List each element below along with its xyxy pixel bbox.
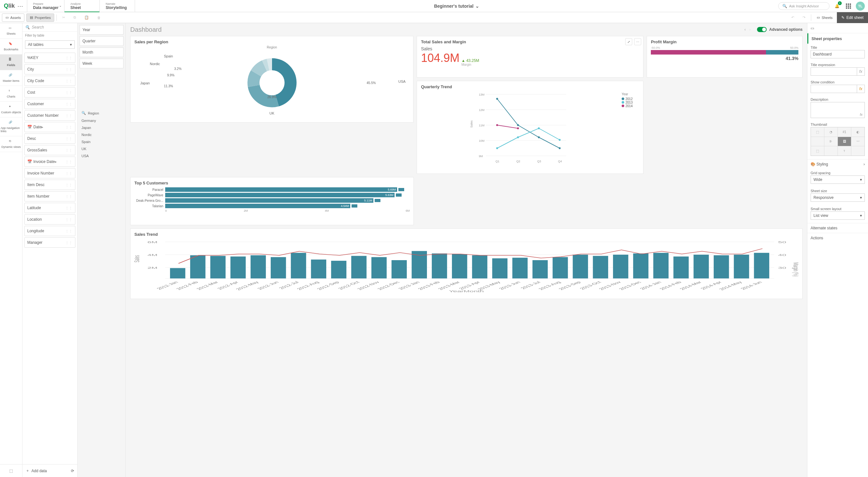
- alternate-states-section[interactable]: Alternate states: [807, 223, 868, 233]
- field-customer[interactable]: Customer⋮⋮: [24, 99, 75, 109]
- svg-point-23: [538, 136, 540, 138]
- insight-search[interactable]: 🔍 Ask Insight Advisor: [778, 2, 830, 10]
- rail-bottom-button[interactable]: ⬚: [0, 464, 22, 477]
- field-city[interactable]: City⋮⋮: [24, 64, 75, 74]
- styling-section[interactable]: 🎨 Styling ›: [807, 159, 868, 169]
- app-launcher-button[interactable]: [844, 2, 852, 10]
- chevron-right-icon: ▸: [55, 159, 57, 164]
- region-nordic[interactable]: Nordic: [80, 131, 124, 138]
- title-expression-fx-button[interactable]: fx: [857, 67, 865, 76]
- calendar-icon: 📅: [27, 159, 32, 164]
- advanced-options-toggle[interactable]: [757, 27, 767, 32]
- field-grosssales[interactable]: GrossSales⋮⋮: [24, 145, 75, 155]
- undo-button[interactable]: ↶: [788, 13, 798, 22]
- donut-label-uk: UK: [270, 111, 274, 115]
- filter-quarter[interactable]: Quarter: [80, 36, 124, 46]
- rail-fields[interactable]: 🗄Fields: [0, 55, 22, 70]
- region-filter-header[interactable]: 🔍 Region: [80, 108, 124, 117]
- field--key[interactable]: %KEY⋮⋮: [24, 53, 75, 63]
- sheets-icon: ▭: [817, 15, 820, 20]
- rail-charts[interactable]: ⫯Charts: [0, 86, 22, 102]
- app-title[interactable]: Beginner's tutorial ⌄: [135, 0, 778, 12]
- cut-button[interactable]: ✂: [59, 13, 68, 22]
- rail-custom-objects[interactable]: ✦Custom objects: [0, 102, 22, 118]
- field-date[interactable]: 📅Date ▸⋮⋮: [24, 122, 75, 132]
- description-fx-button[interactable]: fx: [860, 113, 863, 117]
- fullscreen-button[interactable]: ⤢: [625, 38, 632, 45]
- trash-icon: 🗑: [97, 16, 101, 20]
- field-cost[interactable]: Cost⋮⋮: [24, 87, 75, 97]
- filter-week[interactable]: Week: [80, 59, 124, 68]
- thumbnail-preview[interactable]: ⬚◔#1◐ ⊪🖼〰 ⬚⫯: [811, 127, 865, 156]
- field-longitude[interactable]: Longitude⋮⋮: [24, 226, 75, 236]
- actions-section[interactable]: Actions: [807, 233, 868, 243]
- region-spain[interactable]: Spain: [80, 138, 124, 145]
- sales-per-region-chart[interactable]: Sales per Region Region USA 45.5% UK 26.…: [130, 36, 413, 123]
- sheet-size-select[interactable]: Responsive▾: [811, 193, 865, 202]
- field-latitude[interactable]: Latitude⋮⋮: [24, 203, 75, 213]
- svg-rect-68: [673, 257, 689, 279]
- profit-margin-chart[interactable]: Profit Margin -50.0% 50.0% 41.3%: [647, 36, 803, 77]
- kpi-more-button[interactable]: ⋯: [634, 38, 641, 45]
- filter-year[interactable]: Year: [80, 25, 124, 35]
- user-avatar[interactable]: TL: [856, 2, 865, 10]
- copy-button[interactable]: ⧉: [70, 13, 79, 22]
- title-expression-input[interactable]: [811, 67, 857, 76]
- rail-app-navigation-links[interactable]: 🔗App navigation links: [0, 118, 22, 136]
- total-sales-margin-kpi[interactable]: ⤢ ⋯ Total Sales and Margin Sales 104.9M …: [417, 36, 644, 77]
- svg-rect-59: [492, 258, 507, 279]
- field-invoice-number[interactable]: Invoice Number⋮⋮: [24, 168, 75, 178]
- rail-dynamic-views[interactable]: ⟲Dynamic views: [0, 136, 22, 152]
- field-item-number[interactable]: Item Number⋮⋮: [24, 191, 75, 201]
- rail-bookmarks[interactable]: 🔖Bookmarks: [0, 39, 22, 55]
- next-sheet-button[interactable]: ›: [749, 27, 751, 32]
- description-input[interactable]: fx: [811, 102, 865, 118]
- sheets-button[interactable]: ▭ Sheets: [813, 13, 836, 22]
- add-data-button[interactable]: ＋ Add data: [26, 468, 47, 474]
- show-condition-input[interactable]: [811, 85, 857, 93]
- nav-tab-sheet[interactable]: AnalyzeSheet: [64, 0, 100, 12]
- field-desc[interactable]: Desc⋮⋮: [24, 133, 75, 144]
- prev-sheet-button[interactable]: ‹: [744, 27, 746, 32]
- assets-toggle[interactable]: ▭ Assets: [2, 13, 24, 22]
- region-germany[interactable]: Germany: [80, 117, 124, 124]
- svg-rect-48: [271, 257, 286, 279]
- field-location[interactable]: Location⋮⋮: [24, 214, 75, 225]
- grid-spacing-select[interactable]: Wide▾: [811, 176, 865, 184]
- show-condition-fx-button[interactable]: fx: [857, 85, 865, 93]
- table-filter-select[interactable]: All tables ▾: [25, 40, 75, 49]
- more-menu-icon[interactable]: ⋯: [17, 3, 23, 9]
- svg-text:6M: 6M: [147, 241, 157, 244]
- nav-tab-storytelling[interactable]: NarrateStorytelling: [100, 0, 135, 12]
- sheet-title-input[interactable]: Dashboard: [811, 50, 865, 58]
- properties-toggle[interactable]: ▤ Properties: [26, 13, 54, 22]
- svg-point-29: [496, 124, 498, 126]
- quarterly-trend-chart[interactable]: Quarterly Trend Sales 13M12M11M10M9M Q1Q…: [417, 81, 644, 174]
- field-customer-number[interactable]: Customer Number⋮⋮: [24, 110, 75, 121]
- rail-sheets[interactable]: ▭Sheets: [0, 23, 22, 39]
- delete-button[interactable]: 🗑: [94, 13, 104, 22]
- fields-search[interactable]: 🔍 Search: [23, 23, 77, 32]
- sheet-props-tab-icon[interactable]: ▭: [811, 26, 814, 30]
- drag-handle-icon: ⋮⋮: [65, 241, 72, 245]
- redo-button[interactable]: ↷: [799, 13, 809, 22]
- filter-month[interactable]: Month: [80, 47, 124, 57]
- edit-sheet-button[interactable]: ✎ Edit sheet: [837, 12, 868, 23]
- paste-button[interactable]: 📋: [81, 13, 92, 22]
- field-manager[interactable]: Manager⋮⋮: [24, 237, 75, 248]
- sales-trend-chart[interactable]: Sales Trend Sales Margin (%) 6M4M2M 5040…: [130, 228, 803, 299]
- nav-tab-data-manager[interactable]: PrepareData manager⌄: [27, 0, 64, 12]
- field-item-desc[interactable]: Item Desc⋮⋮: [24, 180, 75, 190]
- refresh-icon[interactable]: ⟳: [71, 469, 74, 473]
- top5-customers-chart[interactable]: Top 5 Customers Paracel 5.69M PageWave 5…: [130, 177, 414, 225]
- rail-master-items[interactable]: 🔗Master items: [0, 70, 22, 86]
- region-usa[interactable]: USA: [80, 152, 124, 159]
- donut-label-usa: USA: [398, 80, 406, 84]
- notifications-button[interactable]: 🔔 1: [833, 2, 841, 10]
- svg-rect-61: [532, 260, 548, 279]
- region-uk[interactable]: UK: [80, 145, 124, 152]
- field-invoice-date[interactable]: 📅Invoice Date ▸⋮⋮: [24, 157, 75, 167]
- region-japan[interactable]: Japan: [80, 124, 124, 131]
- field-city-code[interactable]: City Code⋮⋮: [24, 76, 75, 86]
- small-screen-select[interactable]: List view▾: [811, 212, 865, 220]
